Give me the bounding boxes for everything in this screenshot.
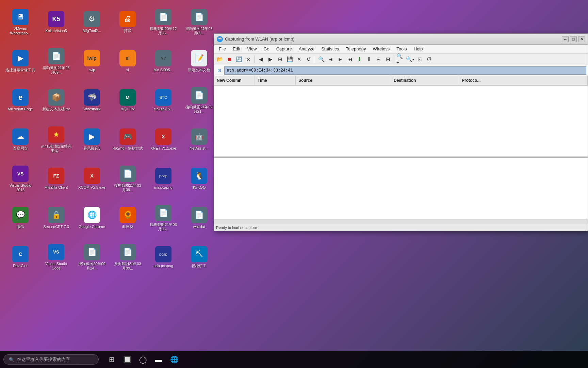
icon-chrome[interactable]: 🌐 Google Chrome — [75, 199, 109, 237]
icon-sougou21f[interactable]: 📄 搜狗截图21年03月09... — [111, 239, 145, 276]
icon-mfgtool[interactable]: ⚙ MfgTool2... — [75, 3, 109, 41]
col-header-time[interactable]: Time — [255, 76, 296, 85]
icon-daily[interactable]: 🌻 向日葵 — [111, 199, 145, 237]
icon-vs2015[interactable]: VS Visual Studio 2015 — [3, 160, 37, 198]
menu-telephony[interactable]: Telephony — [342, 45, 369, 52]
icon-baofeng[interactable]: ▶ 暴风影音5 — [75, 121, 109, 158]
col-header-destination[interactable]: Destination — [391, 76, 459, 85]
taskbar-windows-button[interactable]: ⊞ — [105, 353, 118, 366]
icon-sougou21f-label: 搜狗截图21年03月09... — [112, 262, 143, 271]
udppcapng-icon: pcap — [155, 246, 172, 262]
toolbar-zoom-in[interactable]: 🔍+ — [396, 55, 405, 64]
taskbar-search-box[interactable]: 🔍 在这里输入你要搜索的内容 — [3, 354, 99, 365]
col-header-source[interactable]: Source — [296, 76, 391, 85]
icon-print[interactable]: 🖨 打印 — [111, 3, 145, 41]
menu-capture[interactable]: Capture — [273, 45, 295, 52]
icon-edge[interactable]: e Microsoft Edge — [3, 82, 37, 119]
icon-lwip-label: lwip — [89, 68, 95, 72]
icon-sougou21e[interactable]: 📄 搜狗截图21年03月05... — [146, 199, 180, 237]
icon-si[interactable]: si si — [111, 43, 145, 80]
icon-mv[interactable]: MV MV SI095... — [146, 43, 180, 80]
menu-go[interactable]: Go — [260, 45, 273, 52]
toolbar-nav-fwd[interactable]: ▶ — [266, 55, 275, 64]
icon-devcpp[interactable]: C Dev-C++ — [3, 239, 37, 276]
menu-tools[interactable]: Tools — [393, 45, 410, 52]
icon-mirpcapng[interactable]: pcap mir.pcapng — [146, 160, 180, 198]
toolbar-prev-packet[interactable]: ◄ — [326, 55, 335, 64]
toolbar-layout1[interactable]: ⊟ — [374, 55, 383, 64]
menu-wireless[interactable]: Wireless — [369, 45, 393, 52]
toolbar-autoscroll[interactable]: ⊙ — [244, 55, 253, 64]
toolbar-time[interactable]: ⏱ — [425, 55, 434, 64]
menu-edit[interactable]: Edit — [229, 45, 244, 52]
taskbar-search-text: 在这里输入你要搜索的内容 — [17, 356, 70, 363]
icon-filezilla[interactable]: FZ FileZilla Client — [39, 160, 73, 198]
icon-sougou20[interactable]: 📄 搜狗截图20年12月05... — [146, 3, 180, 41]
toolbar-next-packet[interactable]: ► — [336, 55, 345, 64]
baofeng-icon: ▶ — [84, 128, 100, 145]
toolbar-close[interactable]: ✕ — [295, 55, 304, 64]
toolbar-restart[interactable]: 🔄 — [234, 55, 243, 64]
col-header-new[interactable]: New Column — [214, 76, 255, 85]
filter-input[interactable] — [224, 66, 586, 75]
horizontal-scrollbar[interactable] — [214, 219, 588, 224]
icon-watdat-label: wat.dat — [193, 225, 205, 229]
icon-ra2md[interactable]: 🎮 Ra2md - 快捷方式 — [111, 121, 145, 158]
minimize-button[interactable]: ─ — [562, 36, 569, 42]
menu-help[interactable]: Help — [410, 45, 426, 52]
taskbar-network[interactable]: 🌐 — [168, 353, 180, 366]
close-button[interactable]: ✕ — [578, 36, 585, 42]
menu-statistics[interactable]: Statistics — [318, 45, 342, 52]
maximize-button[interactable]: □ — [570, 36, 577, 42]
menu-analyze[interactable]: Analyze — [295, 45, 318, 52]
col-header-protocol[interactable]: Protoco... — [459, 76, 588, 85]
icon-sougou21d[interactable]: 📄 搜狗截图21年03月09... — [111, 160, 145, 198]
icon-vscode2[interactable]: VS Visual Studio Code — [39, 239, 73, 276]
toolbar-reload[interactable]: ↺ — [304, 55, 313, 64]
toolbar-down[interactable]: ⬇ — [364, 55, 373, 64]
toolbar-zoom-out[interactable]: 🔍- — [406, 55, 414, 64]
toolbar-find[interactable]: 🔍 — [317, 55, 326, 64]
icon-stcisp[interactable]: STC stc-isp-15... — [146, 82, 180, 119]
icon-mqtt[interactable]: M MQTT.fx — [111, 82, 145, 119]
icon-sougou21b[interactable]: 📄 搜狗截图21年03月09... — [39, 43, 73, 80]
icon-quickscreen[interactable]: ▶ 迅捷屏幕录像工具 — [3, 43, 37, 80]
icon-vmware[interactable]: 🖥 VMware Workstatio... — [3, 3, 37, 41]
icon-netassist[interactable]: 🤖 NetAssist... — [182, 121, 216, 158]
toolbar-nav-mark[interactable]: ⊞ — [276, 55, 284, 64]
toolbar-zoom-reset[interactable]: ⊡ — [415, 55, 424, 64]
icon-sougou21a[interactable]: 📄 搜狗截图21年03月09... — [182, 3, 216, 41]
icon-wechat[interactable]: 💬 微信 — [3, 199, 37, 237]
icon-securecrt[interactable]: 🔒 SecureCRT 7.3 — [39, 199, 73, 237]
icon-xcom[interactable]: X XCOM V2.3.exe — [75, 160, 109, 198]
toolbar-first-packet[interactable]: ⏮ — [345, 55, 354, 64]
icon-baidu[interactable]: ☁ 百度网盘 — [3, 121, 37, 158]
toolbar-save[interactable]: 💾 — [285, 55, 294, 64]
taskbar-search-button[interactable]: ◯ — [137, 353, 149, 366]
icon-xnet[interactable]: X XNET V1.1.exe — [146, 121, 180, 158]
toolbar-go[interactable]: ⬇ — [355, 55, 364, 64]
icon-lwip[interactable]: lwip lwip — [75, 43, 109, 80]
icon-watdat[interactable]: 📄 wat.dat — [182, 199, 216, 237]
toolbar-open[interactable]: 📂 — [215, 55, 224, 64]
icon-miner[interactable]: ⛏ 轻松矿工 — [182, 239, 216, 276]
toolbar-stop[interactable]: ⏹ — [225, 55, 234, 64]
icon-qqchat[interactable]: 🐧 腾讯QQ — [182, 160, 216, 198]
icon-win10[interactable]: ⭐ win10红警2完整完美运... — [39, 121, 73, 158]
icon-keil[interactable]: K5 Keil uVision5 — [39, 3, 73, 41]
icon-ra2md-label: Ra2md - 快捷方式 — [112, 146, 143, 151]
menu-file[interactable]: File — [215, 45, 229, 52]
icon-newdoc[interactable]: 📦 新建文本文档.tar — [39, 82, 73, 119]
toolbar-layout2[interactable]: ⊞ — [383, 55, 392, 64]
icon-wireshark[interactable]: 🦈 Wireshark — [75, 82, 109, 119]
taskbar-terminal[interactable]: ▬ — [152, 353, 165, 366]
icon-udppcapng[interactable]: pcap udp.pcapng — [146, 239, 180, 276]
icon-sougou21c[interactable]: 📄 搜狗截图21年02月21... — [182, 82, 216, 119]
icon-mqtt-label: MQTT.fx — [120, 107, 135, 111]
wireshark-window: 🦈 Capturing from WLAN (arp or icmp) ─ □ … — [214, 33, 588, 231]
taskbar-task-view[interactable]: 🔲 — [121, 353, 133, 366]
menu-view[interactable]: View — [244, 45, 260, 52]
icon-newfile[interactable]: 📝 新建文本文档 — [182, 43, 216, 80]
toolbar-nav-back[interactable]: ◀ — [257, 55, 265, 64]
icon-sougou20b[interactable]: 📄 搜狗截图20年09月14... — [75, 239, 109, 276]
